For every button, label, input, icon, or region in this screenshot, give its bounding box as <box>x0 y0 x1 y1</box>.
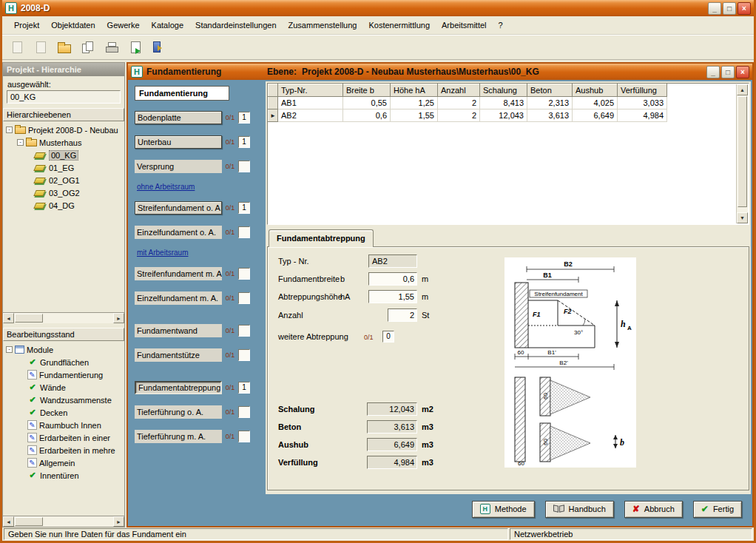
copy-icon[interactable] <box>79 38 97 56</box>
sb-tieferfuehrung-ma-button[interactable]: Tieferführung m. A. <box>135 430 222 443</box>
tree-node-level-02og1[interactable]: 02_OG1 <box>4 174 123 186</box>
cell[interactable]: 3,033 <box>618 97 667 109</box>
sb-tieferfuehrung-oa-button[interactable]: Tieferführung o. A. <box>135 405 222 419</box>
module-label[interactable]: Wände <box>40 383 66 392</box>
collapse-icon[interactable]: - <box>6 346 13 353</box>
value-box[interactable] <box>238 292 250 304</box>
anzahl-input[interactable]: 2 <box>388 308 417 322</box>
module-erdarbeiten-mehre[interactable]: ✎ Erdarbeiten in mehre <box>4 444 123 456</box>
cell[interactable]: 4,984 <box>618 109 667 122</box>
tree-label[interactable]: 01_EG <box>49 163 74 172</box>
tree-node-building[interactable]: - Musterhaus <box>4 136 123 149</box>
module-waende[interactable]: ✔ Wände <box>4 381 123 394</box>
tree-label[interactable]: Musterhaus <box>39 138 81 147</box>
module-label[interactable]: Allgemein <box>39 459 75 468</box>
value-box[interactable] <box>238 226 250 238</box>
close-button[interactable]: × <box>736 66 749 78</box>
scroll-thumb[interactable] <box>15 314 43 323</box>
col-hoehe[interactable]: Höhe hA <box>391 84 438 97</box>
scroll-right-icon[interactable]: ► <box>113 516 124 527</box>
vertical-scrollbar[interactable]: ▲ ▼ <box>736 84 748 223</box>
tree-node-level-04dg[interactable]: 04_DG <box>4 199 123 212</box>
scroll-left-icon[interactable]: ◄ <box>3 313 14 323</box>
horizontal-scrollbar[interactable]: ◄ ► <box>3 312 124 323</box>
menu-gewerke[interactable]: Gewerke <box>101 18 146 32</box>
cell[interactable]: AB2 <box>278 109 343 122</box>
menu-projekt[interactable]: Projekt <box>8 18 45 32</box>
tab-fundamentabtreppung[interactable]: Fundamentabtreppung <box>269 229 374 247</box>
sb-streifenfundament-ma-button[interactable]: Streifenfundament m. A. <box>135 267 222 280</box>
col-verfuellung[interactable]: Verfüllung <box>618 84 667 97</box>
value-box[interactable]: 1 <box>238 382 250 394</box>
table-row-ab2-selected[interactable]: ► AB2 0,6 1,55 2 12,043 3,613 6,649 4,98… <box>269 109 667 122</box>
value-box[interactable] <box>238 406 250 418</box>
scroll-down-icon[interactable]: ▼ <box>737 212 748 223</box>
value-box[interactable] <box>238 349 250 361</box>
module-wandzusammenstellung[interactable]: ✔ Wandzusammenste <box>4 394 123 406</box>
print-icon[interactable] <box>103 38 121 56</box>
open-document-icon[interactable] <box>32 38 50 56</box>
scroll-track[interactable] <box>14 516 113 527</box>
abtreppungshoehe-input[interactable]: 1,55 <box>368 290 417 303</box>
col-beton[interactable]: Beton <box>527 84 573 97</box>
module-grundflaechen[interactable]: ✔ Grundflächen <box>4 356 123 368</box>
menu-standardeinstellungen[interactable]: Standardeinstellungen <box>189 18 282 32</box>
col-schalung[interactable]: Schalung <box>480 84 527 97</box>
sb-streifenfundament-oa-button[interactable]: Streifenfundament o. A. <box>135 201 222 215</box>
scroll-up-icon[interactable]: ▲ <box>737 84 748 95</box>
cell[interactable]: 4,025 <box>573 97 618 109</box>
module-fundamentierung[interactable]: ✎ Fundamentierung <box>4 368 123 381</box>
horizontal-scrollbar[interactable]: ◄ ► <box>3 516 124 527</box>
cell[interactable]: 3,613 <box>527 109 573 122</box>
module-decken[interactable]: ✔ Decken <box>4 406 123 419</box>
menu-arbeitsmittel[interactable]: Arbeitsmittel <box>436 18 493 32</box>
abbruch-button[interactable]: ✘ Abbruch <box>624 501 683 518</box>
module-allgemein[interactable]: ✎ Allgemein <box>4 456 123 469</box>
main-titlebar[interactable]: H 2008-D _ □ × <box>2 0 754 16</box>
table-row-ab1[interactable]: AB1 0,55 1,25 2 8,413 2,313 4,025 3,033 <box>269 97 667 109</box>
scroll-thumb[interactable] <box>15 517 43 526</box>
col-typ-nr[interactable]: Typ-Nr. <box>278 84 343 97</box>
tree-label[interactable]: 00_KG <box>49 150 78 161</box>
value-box[interactable]: 1 <box>238 136 250 148</box>
maximize-button[interactable]: □ <box>723 2 736 15</box>
value-box[interactable] <box>238 268 250 280</box>
fundamentbreite-input[interactable]: 0,6 <box>368 272 417 286</box>
cell[interactable]: 6,649 <box>573 109 618 122</box>
module-label[interactable]: Innentüren <box>40 471 79 480</box>
module-label[interactable]: Erdarbeiten in einer <box>39 434 110 442</box>
cell[interactable]: 0,55 <box>343 97 391 109</box>
minimize-button[interactable]: _ <box>706 66 720 78</box>
col-aushub[interactable]: Aushub <box>573 84 618 97</box>
module-label[interactable]: Fundamentierung <box>39 371 103 380</box>
tree-node-level-00kg[interactable]: 00_KG <box>4 149 123 161</box>
sb-fundamentstuetze-button[interactable]: Fundamentstütze <box>135 348 222 362</box>
typ-nr-field[interactable]: AB2 <box>368 254 417 268</box>
sb-einzelfundament-ma-button[interactable]: Einzelfundament m. A. <box>135 291 222 305</box>
value-box[interactable] <box>238 325 250 337</box>
value-box[interactable] <box>238 161 250 172</box>
scroll-track[interactable] <box>14 313 113 323</box>
sb-unterbau-button[interactable]: Unterbau <box>135 135 222 149</box>
cell[interactable]: 2,313 <box>527 97 573 109</box>
menu-zusammenstellung[interactable]: Zusammenstellung <box>283 18 363 32</box>
tree-label[interactable]: 04_DG <box>49 201 75 210</box>
minimize-button[interactable]: _ <box>708 2 721 15</box>
tree-label[interactable]: Projekt 2008-D - Neubau <box>28 126 118 135</box>
export-icon[interactable] <box>126 38 144 56</box>
cell[interactable]: 2 <box>438 97 480 109</box>
menu-objektdaten[interactable]: Objektdaten <box>45 18 101 32</box>
sb-einzelfundament-oa-button[interactable]: Einzelfundament o. A. <box>135 226 222 239</box>
tree-label[interactable]: Module <box>27 345 53 354</box>
fertig-button[interactable]: ✔ Fertig <box>693 501 742 518</box>
exit-icon[interactable] <box>150 38 168 56</box>
cell[interactable]: 8,413 <box>480 97 527 109</box>
module-label[interactable]: Wandzusammenste <box>40 396 112 405</box>
scroll-right-icon[interactable]: ► <box>113 313 124 323</box>
col-breite[interactable]: Breite b <box>343 84 391 97</box>
cell[interactable]: 1,55 <box>391 109 438 122</box>
cell[interactable]: 2 <box>438 109 480 122</box>
module-raumbuch-innen[interactable]: ✎ Raumbuch Innen <box>4 419 123 431</box>
inner-titlebar[interactable]: H Fundamentierung Ebene: Projekt 2008-D … <box>128 64 752 80</box>
methode-button[interactable]: H Methode <box>472 501 535 518</box>
